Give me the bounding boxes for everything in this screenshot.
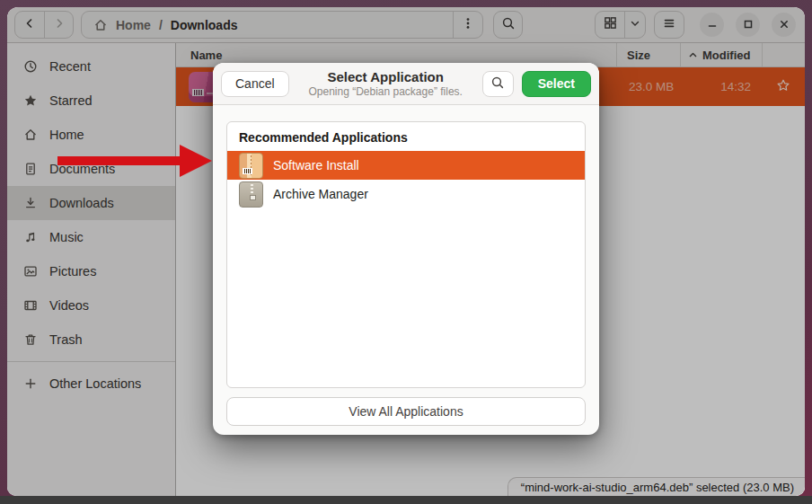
file-size-cell: 23.0 MB <box>616 80 680 93</box>
search-icon <box>490 75 505 93</box>
sidebar-item-label: Music <box>49 230 84 244</box>
sidebar-item-starred[interactable]: Starred <box>7 84 175 118</box>
chevron-down-icon <box>629 17 641 33</box>
file-modified-cell: 14:32 <box>680 80 762 93</box>
music-note-icon <box>23 230 38 244</box>
close-button[interactable] <box>772 13 796 37</box>
app-name: Archive Manager <box>273 187 368 201</box>
grid-view-icon <box>604 16 617 33</box>
sidebar-item-label: Trash <box>49 332 83 347</box>
archive-manager-icon <box>239 181 263 208</box>
star-file-button[interactable] <box>762 78 805 95</box>
sidebar-item-label: Recent <box>49 59 91 74</box>
breadcrumb-current[interactable]: Downloads <box>171 18 238 32</box>
close-icon <box>779 17 790 33</box>
window-controls <box>700 13 796 37</box>
desktop-bottom-strip <box>0 496 812 504</box>
sidebar-item-pictures[interactable]: Pictures <box>7 254 175 288</box>
sidebar-item-label: Starred <box>49 93 93 108</box>
home-icon <box>93 18 108 32</box>
dialog-header: Cancel Select Application Opening “Debia… <box>213 63 599 105</box>
recent-clock-icon <box>23 59 38 74</box>
maximize-button[interactable] <box>736 13 760 37</box>
column-header-star[interactable] <box>762 43 805 66</box>
sidebar-item-videos[interactable]: Videos <box>7 288 175 323</box>
dialog-body: Recommended Applications Software Instal… <box>213 105 599 435</box>
home-icon <box>23 128 38 142</box>
minimize-button[interactable] <box>700 13 724 37</box>
maximize-icon <box>743 17 754 33</box>
view-all-applications-button[interactable]: View All Applications <box>226 397 586 426</box>
sidebar-item-other-locations[interactable]: Other Locations <box>7 367 175 401</box>
path-bar: Home / Downloads <box>81 11 483 39</box>
dialog-search-button[interactable] <box>482 71 514 97</box>
select-application-dialog: Cancel Select Application Opening “Debia… <box>213 63 599 435</box>
sidebar-item-label: Home <box>49 128 84 142</box>
column-header-size[interactable]: Size <box>616 43 680 66</box>
back-button[interactable] <box>15 12 44 38</box>
picture-icon <box>23 264 38 279</box>
dialog-title-block: Select Application Opening “Debian packa… <box>297 69 474 98</box>
app-row-software-install[interactable]: Software Install <box>227 151 585 180</box>
column-header-modified[interactable]: Modified <box>680 43 762 66</box>
app-row-archive-manager[interactable]: Archive Manager <box>227 180 585 208</box>
download-icon <box>23 196 38 210</box>
sort-ascending-icon <box>688 50 698 60</box>
star-outline-icon <box>776 78 790 95</box>
path-menu-button[interactable] <box>453 12 482 38</box>
sidebar-separator <box>7 361 175 362</box>
headerbar: Home / Downloads <box>7 7 805 43</box>
sidebar: Recent Starred Home Documents Downloads … <box>7 43 176 496</box>
chevron-right-icon <box>52 16 66 34</box>
breadcrumb-separator: / <box>159 18 163 32</box>
chevron-left-icon <box>22 16 37 34</box>
video-film-icon <box>23 298 38 313</box>
software-install-icon <box>239 153 263 179</box>
kebab-menu-icon <box>462 16 474 34</box>
red-arrow-icon <box>54 142 214 180</box>
sidebar-item-label: Other Locations <box>49 376 141 391</box>
sidebar-item-recent[interactable]: Recent <box>7 49 175 84</box>
sidebar-item-trash[interactable]: Trash <box>7 323 175 357</box>
breadcrumb: Home / Downloads <box>82 18 453 32</box>
view-toggle-split-button <box>595 11 646 39</box>
star-icon <box>23 93 38 108</box>
minimize-icon <box>707 17 718 33</box>
status-text: “mind-work-ai-studio_arm64.deb” selected… <box>521 481 794 494</box>
cancel-button[interactable]: Cancel <box>221 71 289 97</box>
hamburger-menu-button[interactable] <box>654 11 684 39</box>
sidebar-item-label: Downloads <box>49 196 114 210</box>
trash-icon <box>23 332 38 347</box>
sidebar-item-downloads[interactable]: Downloads <box>7 186 175 220</box>
recommended-section-header: Recommended Applications <box>227 122 585 151</box>
view-options-button[interactable] <box>624 12 645 38</box>
grid-view-button[interactable] <box>596 12 624 38</box>
status-bar: “mind-work-ai-studio_arm64.deb” selected… <box>508 477 805 496</box>
select-button[interactable]: Select <box>522 71 591 97</box>
column-label: Name <box>190 49 222 62</box>
sidebar-item-label: Pictures <box>49 264 96 279</box>
annotation-arrow <box>54 142 214 183</box>
plus-icon <box>23 376 38 391</box>
column-label: Size <box>627 49 650 62</box>
document-icon <box>23 162 38 176</box>
dialog-subtitle: Opening “Debian package” files. <box>297 85 474 98</box>
search-icon <box>501 16 516 34</box>
column-label: Modified <box>702 49 750 62</box>
breadcrumb-home[interactable]: Home <box>116 18 151 32</box>
app-name: Software Install <box>273 158 359 172</box>
forward-button[interactable] <box>44 12 73 38</box>
sidebar-item-label: Videos <box>49 298 89 313</box>
search-button[interactable] <box>493 11 523 39</box>
dialog-title: Select Application <box>297 69 474 85</box>
sidebar-item-music[interactable]: Music <box>7 220 175 254</box>
application-list: Recommended Applications Software Instal… <box>226 121 586 388</box>
nav-button-group <box>14 11 74 39</box>
hamburger-icon <box>662 16 676 34</box>
